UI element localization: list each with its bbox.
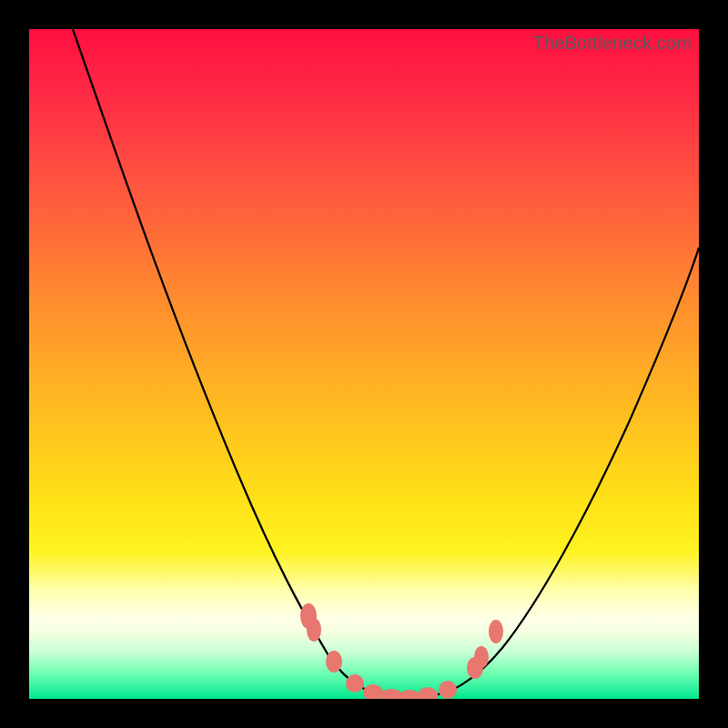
marker-dot xyxy=(399,690,420,699)
marker-group xyxy=(300,603,503,699)
curve-svg xyxy=(29,29,699,699)
marker-dot xyxy=(418,687,438,699)
marker-dot xyxy=(474,646,489,668)
marker-dot xyxy=(363,684,383,699)
marker-dot xyxy=(326,651,342,672)
curve-bottom xyxy=(389,695,434,697)
marker-dot xyxy=(346,674,364,693)
curve-left-branch xyxy=(73,29,389,695)
marker-dot xyxy=(300,603,317,629)
watermark-text: TheBottleneck.com xyxy=(532,33,692,54)
marker-dot xyxy=(380,689,402,699)
chart-frame: TheBottleneck.com xyxy=(0,0,728,728)
plot-area: TheBottleneck.com xyxy=(29,29,699,699)
marker-dot xyxy=(307,618,321,642)
marker-dot xyxy=(467,657,483,679)
marker-dot xyxy=(489,620,503,643)
curve-right-branch xyxy=(434,248,699,695)
marker-dot xyxy=(439,681,457,699)
